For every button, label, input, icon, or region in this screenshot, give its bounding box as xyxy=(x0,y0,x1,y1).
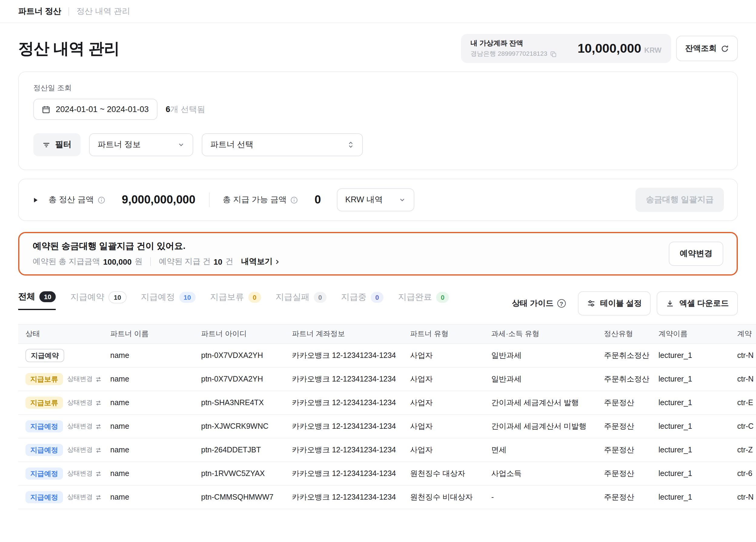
partner-account-cell: 카카오뱅크 12-12341234-1234 xyxy=(285,391,403,415)
table-row: 지급예정 상태변경 name ptn-CMMSQHMWW7 xyxy=(18,485,756,509)
status-change-button[interactable]: 상태변경 xyxy=(67,469,102,478)
status-change-button[interactable]: 상태변경 xyxy=(67,398,102,407)
status-badge: 지급예정 xyxy=(25,444,63,456)
table-header-cell: 파트너 유형 xyxy=(403,324,484,344)
settlement-type-cell: 주문정산 xyxy=(597,391,651,415)
table-header-row: 상태 파트너 이름 파트너 아이디 파트너 계좌정보 파트너 유형 과세·소득 … xyxy=(18,324,756,344)
tax-type-cell: 사업소득 xyxy=(484,462,597,485)
contract-name-cell: lecturer_1 xyxy=(651,462,730,485)
table-header-cell: 파트너 이름 xyxy=(103,324,194,344)
partner-name-cell: name xyxy=(103,344,194,367)
table-header-cell: 계약 xyxy=(730,324,756,344)
excel-download-label: 엑셀 다운로드 xyxy=(679,298,729,309)
balance-info: 내 가상계좌 잔액 경남은행 28999770218123 xyxy=(471,39,557,58)
table-row: 지급예정 상태변경 name ptn-XJWCRK9WNC xyxy=(18,415,756,438)
table-header-cell: 정산유형 xyxy=(597,324,651,344)
table-header-cell: 과세·소득 유형 xyxy=(484,324,597,344)
status-change-button[interactable]: 상태변경 xyxy=(67,446,102,454)
status-change-label: 상태변경 xyxy=(67,375,93,383)
table-settings-button[interactable]: 테이블 설정 xyxy=(578,291,651,316)
summary-divider xyxy=(209,193,209,207)
partner-account-cell: 카카오뱅크 12-12341234-1234 xyxy=(285,344,403,367)
info-icon[interactable] xyxy=(98,196,105,204)
alert-details: 예약된 총 지급금액 100,000 원 예약된 지급 건 10 건 내역보기 xyxy=(33,256,280,267)
status-badge: 지급예정 xyxy=(25,420,63,433)
partner-account-cell: 카카오뱅크 12-12341234-1234 xyxy=(285,415,403,438)
alert-count-unit: 건 xyxy=(225,256,233,267)
partner-id-cell: ptn-CMMSQHMWW7 xyxy=(194,485,285,509)
page-header: 정산 내역 관리 내 가상계좌 잔액 경남은행 28999770218123 1… xyxy=(0,23,756,63)
date-range-input[interactable]: 2024-01-01 ~ 2024-01-03 xyxy=(33,99,157,120)
settlement-type-cell: 주문정산 xyxy=(597,462,651,485)
excel-download-button[interactable]: 엑셀 다운로드 xyxy=(657,291,738,316)
tab-label: 전체 xyxy=(18,291,35,302)
settlement-type-cell: 주문정산 xyxy=(597,438,651,462)
status-tab[interactable]: 전체 10 xyxy=(18,291,56,310)
status-change-label: 상태변경 xyxy=(67,446,93,454)
refresh-icon xyxy=(721,45,729,52)
balance-currency: KRW xyxy=(644,46,661,55)
tab-count-badge: 0 xyxy=(314,292,327,303)
status-change-label: 상태변경 xyxy=(67,469,93,478)
currency-filter-dropdown[interactable]: KRW 내역 xyxy=(337,188,414,211)
contract-name-cell: lecturer_1 xyxy=(651,438,730,462)
partner-type-cell: 사업자 xyxy=(403,391,484,415)
partner-info-dropdown[interactable]: 파트너 정보 xyxy=(89,133,193,156)
filter-card: 정산일 조회 2024-01-01 ~ 2024-01-03 6개 선택됨 필터… xyxy=(18,71,738,170)
tab-count-badge: 0 xyxy=(248,292,261,303)
expand-triangle-icon[interactable] xyxy=(32,197,39,203)
change-reservation-button[interactable]: 예약변경 xyxy=(669,242,723,266)
status-tab[interactable]: 지급실패 0 xyxy=(276,291,327,310)
download-icon xyxy=(666,299,675,308)
view-details-link[interactable]: 내역보기 xyxy=(241,256,280,267)
copy-icon[interactable] xyxy=(550,51,557,57)
currency-filter-value: KRW 내역 xyxy=(345,194,383,205)
status-change-button[interactable]: 상태변경 xyxy=(67,375,102,383)
filter-button[interactable]: 필터 xyxy=(33,133,81,156)
breadcrumb-parent[interactable]: 파트너 정산 xyxy=(18,6,61,17)
tax-type-cell: 간이과세 세금계산서 미발행 xyxy=(484,415,597,438)
balance-amount: 10,000,000 xyxy=(578,41,641,56)
summary-card: 총 정산 금액 9,000,000,000 총 지급 가능 금액 0 KRW 내… xyxy=(18,179,738,221)
status-tab[interactable]: 지급예약 10 xyxy=(71,291,127,310)
settlement-table: 상태 파트너 이름 파트너 아이디 파트너 계좌정보 파트너 유형 과세·소득 … xyxy=(18,324,756,509)
payable-label: 총 지급 가능 금액 xyxy=(223,194,298,205)
status-change-button[interactable]: 상태변경 xyxy=(67,422,102,431)
balance-check-button[interactable]: 잔액조회 xyxy=(676,36,738,61)
status-guide-button[interactable]: 상태 가이드 xyxy=(512,298,565,309)
partner-select-dropdown[interactable]: 파트너 선택 xyxy=(202,133,363,156)
partner-type-cell: 사업자 xyxy=(403,438,484,462)
breadcrumb-current: 정산 내역 관리 xyxy=(77,6,130,17)
status-tabs: 전체 10 지급예약 10 지급예정 10 지급보류 0 xyxy=(18,291,512,310)
virtual-account-balance: 내 가상계좌 잔액 경남은행 28999770218123 10,000,000… xyxy=(461,34,738,63)
tab-count-badge: 10 xyxy=(179,292,196,303)
contract-id-cell: ctr-6 xyxy=(730,462,756,485)
status-tab[interactable]: 지급보류 0 xyxy=(210,291,261,310)
tabs-toolbar-row: 전체 10 지급예약 10 지급예정 10 지급보류 0 xyxy=(18,291,738,316)
settlement-type-cell: 주문정산 xyxy=(597,485,651,509)
status-badge: 지급보류 xyxy=(25,396,63,409)
status-tab[interactable]: 지급예정 10 xyxy=(141,291,196,310)
tab-label: 지급실패 xyxy=(276,292,310,303)
partner-id-cell: ptn-SHA3NRE4TX xyxy=(194,391,285,415)
balance-label: 내 가상계좌 잔액 xyxy=(471,39,557,48)
tab-count-badge: 0 xyxy=(371,292,383,303)
bulk-transfer-button[interactable]: 송금대행 일괄지급 xyxy=(635,188,724,212)
status-tab[interactable]: 지급완료 0 xyxy=(398,291,449,310)
info-icon[interactable] xyxy=(290,196,298,204)
status-change-button[interactable]: 상태변경 xyxy=(67,493,102,501)
total-settlement-text: 총 정산 금액 xyxy=(48,194,94,205)
page-title: 정산 내역 관리 xyxy=(18,38,120,59)
status-change-label: 상태변경 xyxy=(67,493,93,501)
tax-type-cell: - xyxy=(484,485,597,509)
status-tab[interactable]: 지급중 0 xyxy=(341,291,383,310)
partner-name-cell: name xyxy=(103,367,194,391)
breadcrumb: 파트너 정산 정산 내역 관리 xyxy=(0,0,756,23)
table-header-cell: 파트너 계좌정보 xyxy=(285,324,403,344)
partner-type-cell: 사업자 xyxy=(403,415,484,438)
table-row: 지급예정 상태변경 name ptn-264DDETJBT xyxy=(18,438,756,462)
selected-count-number: 6 xyxy=(166,104,170,114)
table-header-cell: 상태 xyxy=(18,324,103,344)
filter-icon xyxy=(42,141,50,149)
reserved-transfer-alert: 예약된 송금대행 일괄지급 건이 있어요. 예약된 총 지급금액 100,000… xyxy=(18,232,738,276)
